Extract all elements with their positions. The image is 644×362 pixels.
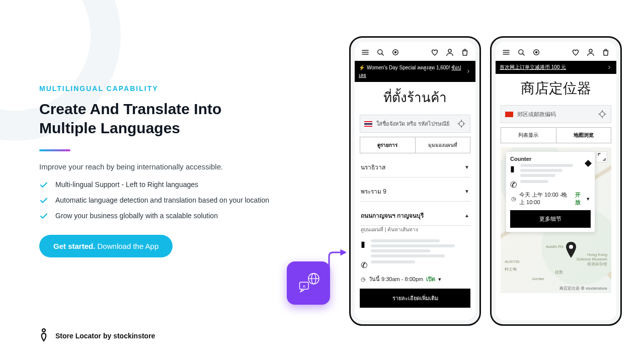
feature-item: Multi-lingual Support - Left to Right la…	[39, 180, 271, 190]
location-icon[interactable]	[391, 48, 400, 57]
heart-icon[interactable]	[430, 48, 439, 57]
store-details-skeleton: ▮ ✆	[360, 236, 470, 273]
accent-rule	[39, 149, 70, 151]
page-title: ที่ตั้งร้านค้า	[355, 82, 475, 115]
chevron-right-icon	[465, 68, 471, 74]
map-credit: 商店定位器 ⦿ stockinstore	[559, 286, 607, 291]
tab-list[interactable]: 列表显示	[501, 128, 556, 143]
feature-text: Automatic language detection and transla…	[55, 196, 269, 205]
translate-badge: A	[287, 261, 330, 305]
store-hours: ◷ 今天 上午 10:00 -晚上 10:00 开放 ▾	[510, 189, 591, 208]
cta-bold: Get started.	[53, 242, 95, 250]
locate-me-icon[interactable]	[457, 119, 466, 128]
svg-point-27	[569, 245, 573, 249]
feature-text: Grow your business globally with a scala…	[55, 211, 218, 221]
user-icon[interactable]	[445, 48, 454, 57]
phone-thai: ⚡Women's Day Special ลดสูงสุด 1,600! ช้อ…	[349, 36, 481, 326]
flag-th-icon	[364, 121, 372, 127]
svg-point-22	[600, 112, 605, 117]
chevron-down-icon[interactable]: ▾	[438, 276, 441, 283]
cta-button[interactable]: Get started. Download the App	[39, 235, 173, 257]
clock-icon: ◷	[511, 196, 516, 202]
map-popup: Counter ▮ ✆ ◷ 今天 上午 10:00 -晚上 10:00 开放 ▾…	[506, 151, 595, 232]
phone-chinese: 首次网上订单立减港币 100 元 商店定位器 郊区或邮政编码 列表显示 地图浏览	[490, 36, 622, 326]
svg-text:A: A	[303, 284, 306, 289]
banner-text: 首次网上订单立减港币 100 元	[500, 64, 566, 70]
phone-icon: ✆	[510, 180, 516, 186]
tab-map[interactable]: มุมมองแผนที่	[415, 137, 470, 153]
building-icon: ▮	[510, 164, 516, 170]
store-actions[interactable]: ดูบนแผนที่ | ค้นหาเส้นทาง	[360, 226, 470, 236]
check-icon	[39, 196, 48, 205]
bag-icon[interactable]	[601, 48, 610, 57]
locate-me-icon[interactable]	[598, 110, 607, 119]
store-hours: ◷ วันนี้ 9:30am - 8:00pm เปิด ▾	[360, 273, 470, 286]
mobile-topbar	[496, 42, 616, 61]
building-icon: ▮	[361, 239, 367, 245]
view-tabs: ดูรายการ มุมมองแผนที่	[360, 137, 470, 153]
feature-item: Automatic language detection and transla…	[39, 196, 271, 205]
store-item[interactable]: นราธิวาส▼	[360, 157, 470, 177]
store-item[interactable]: กาฬสินธุ์ พลาซ่า▼	[360, 315, 470, 320]
brand-text: Store Locator by stockinstore	[55, 332, 155, 340]
view-tabs: 列表显示 地图浏览	[501, 127, 611, 143]
menu-icon[interactable]	[361, 48, 370, 57]
heart-icon[interactable]	[571, 48, 580, 57]
search-icon[interactable]	[517, 48, 526, 57]
details-button[interactable]: รายละเอียดเพิ่มเติม	[360, 289, 470, 308]
user-icon[interactable]	[586, 48, 595, 57]
svg-marker-28	[341, 250, 345, 254]
feature-text: Multi-lingual Support - Left to Right la…	[55, 180, 198, 190]
mobile-topbar	[355, 42, 475, 61]
banner-text: Women's Day Special ลดสูงสุด 1,600!	[367, 65, 451, 70]
brand-logo-icon	[39, 328, 48, 344]
tab-list[interactable]: ดูรายการ	[360, 137, 415, 153]
bag-icon[interactable]	[460, 48, 469, 57]
fullscreen-icon[interactable]	[596, 151, 607, 162]
promo-banner[interactable]: ⚡Women's Day Special ลดสูงสุด 1,600! ช้อ…	[355, 61, 475, 82]
open-status: 开放	[575, 191, 584, 206]
check-icon	[39, 180, 48, 190]
feature-item: Grow your business globally with a scala…	[39, 211, 271, 221]
svg-point-9	[459, 122, 464, 126]
svg-line-18	[523, 54, 524, 55]
phone-icon: ✆	[361, 260, 367, 266]
chevron-down-icon[interactable]: ▾	[587, 196, 590, 202]
chevron-up-icon: ▲	[464, 213, 469, 218]
chevron-right-icon	[606, 64, 612, 70]
flag-cn-icon	[505, 112, 513, 117]
store-item[interactable]: พระราม 9▼	[360, 182, 470, 202]
brand-footer: Store Locator by stockinstore	[39, 328, 155, 344]
popup-title: Counter	[510, 156, 591, 162]
svg-point-7	[395, 52, 396, 53]
marketing-copy: MULTILINGUAL CAPABILITY Create And Trans…	[39, 84, 271, 257]
page-title: 商店定位器	[496, 74, 616, 105]
location-search[interactable]: ใส่ชื่อจังหวัด หรือ รหัสไปรษณีย์	[360, 115, 470, 133]
tab-map[interactable]: 地图浏览	[556, 128, 611, 143]
subheading: Improve your reach by being internationa…	[39, 162, 271, 171]
svg-point-20	[536, 52, 537, 53]
search-placeholder: 郊区或邮政编码	[517, 111, 556, 118]
store-item-expanded[interactable]: ถนนกาญจนฯ กาญจนบุรี▲	[360, 206, 470, 226]
clock-icon: ◷	[361, 276, 366, 283]
search-icon[interactable]	[376, 48, 385, 57]
phone-mockups: ⚡Women's Day Special ลดสูงสุด 1,600! ช้อ…	[349, 36, 622, 326]
details-button[interactable]: 更多细节	[510, 210, 591, 228]
cta-rest: Download the App	[95, 242, 158, 250]
promo-banner[interactable]: 首次网上订单立减港币 100 元	[496, 61, 616, 74]
svg-point-8	[448, 49, 451, 52]
search-placeholder: ใส่ชื่อจังหวัด หรือ รหัสไปรษณีย์	[376, 119, 449, 128]
svg-point-0	[42, 329, 45, 332]
check-icon	[39, 212, 48, 221]
feature-list: Multi-lingual Support - Left to Right la…	[39, 180, 271, 221]
menu-icon[interactable]	[502, 48, 511, 57]
location-search[interactable]: 郊区或邮政编码	[501, 105, 611, 123]
eyebrow: MULTILINGUAL CAPABILITY	[39, 84, 271, 93]
svg-point-21	[589, 49, 592, 52]
chevron-down-icon: ▼	[464, 189, 469, 194]
page-heading: Create And Translate Into Multiple Langu…	[39, 100, 271, 137]
svg-line-5	[382, 54, 383, 55]
map-view[interactable]: Counter ▮ ✆ ◷ 今天 上午 10:00 -晚上 10:00 开放 ▾…	[501, 147, 611, 293]
location-icon[interactable]	[532, 48, 541, 57]
open-status: เปิด	[426, 275, 435, 284]
